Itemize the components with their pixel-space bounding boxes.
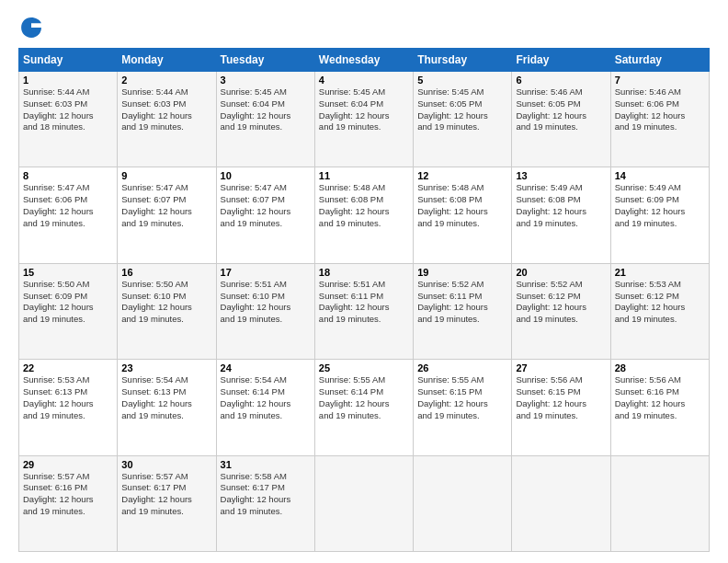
day-number: 19: [417, 267, 507, 278]
day-info: Sunrise: 5:55 AMSunset: 6:15 PMDaylight:…: [417, 374, 507, 421]
day-number: 10: [221, 170, 311, 181]
day-number: 31: [221, 459, 311, 470]
day-info: Sunrise: 5:50 AMSunset: 6:09 PMDaylight:…: [23, 279, 113, 326]
day-number: 28: [615, 362, 705, 373]
weekday-header: Sunday: [19, 49, 118, 72]
day-info: Sunrise: 5:56 AMSunset: 6:15 PMDaylight:…: [516, 374, 606, 421]
calendar-cell: 17 Sunrise: 5:51 AMSunset: 6:10 PMDaylig…: [216, 263, 314, 359]
day-number: 18: [319, 267, 409, 278]
day-info: Sunrise: 5:56 AMSunset: 6:16 PMDaylight:…: [615, 374, 705, 421]
empty-cell: [314, 455, 413, 551]
calendar-cell: 12 Sunrise: 5:48 AMSunset: 6:08 PMDaylig…: [414, 167, 512, 263]
day-number: 26: [417, 362, 507, 373]
day-number: 24: [221, 362, 311, 373]
calendar-cell: 29 Sunrise: 5:57 AMSunset: 6:16 PMDaylig…: [19, 455, 118, 551]
day-number: 25: [319, 362, 409, 373]
day-info: Sunrise: 5:48 AMSunset: 6:08 PMDaylight:…: [417, 182, 507, 229]
calendar-cell: 13 Sunrise: 5:49 AMSunset: 6:08 PMDaylig…: [512, 167, 610, 263]
calendar-cell: 30 Sunrise: 5:57 AMSunset: 6:17 PMDaylig…: [118, 455, 216, 551]
weekday-header: Friday: [512, 49, 610, 72]
day-info: Sunrise: 5:53 AMSunset: 6:13 PMDaylight:…: [23, 374, 113, 421]
day-info: Sunrise: 5:46 AMSunset: 6:05 PMDaylight:…: [516, 86, 606, 133]
day-number: 23: [121, 362, 211, 373]
day-number: 1: [23, 75, 113, 86]
day-info: Sunrise: 5:44 AMSunset: 6:03 PMDaylight:…: [23, 86, 113, 133]
calendar-cell: 9 Sunrise: 5:47 AMSunset: 6:07 PMDayligh…: [118, 167, 216, 263]
day-info: Sunrise: 5:57 AMSunset: 6:16 PMDaylight:…: [23, 471, 113, 518]
calendar-table: SundayMondayTuesdayWednesdayThursdayFrid…: [18, 48, 710, 552]
calendar-cell: 11 Sunrise: 5:48 AMSunset: 6:08 PMDaylig…: [314, 167, 413, 263]
day-number: 14: [615, 170, 705, 181]
day-info: Sunrise: 5:45 AMSunset: 6:05 PMDaylight:…: [417, 86, 507, 133]
day-number: 3: [221, 75, 311, 86]
day-info: Sunrise: 5:50 AMSunset: 6:10 PMDaylight:…: [121, 279, 211, 326]
calendar-cell: 4 Sunrise: 5:45 AMSunset: 6:04 PMDayligh…: [314, 72, 413, 167]
calendar-cell: 24 Sunrise: 5:54 AMSunset: 6:14 PMDaylig…: [216, 360, 314, 455]
day-info: Sunrise: 5:55 AMSunset: 6:14 PMDaylight:…: [319, 374, 409, 421]
day-info: Sunrise: 5:47 AMSunset: 6:07 PMDaylight:…: [121, 182, 211, 229]
day-info: Sunrise: 5:49 AMSunset: 6:09 PMDaylight:…: [615, 182, 705, 229]
day-info: Sunrise: 5:45 AMSunset: 6:04 PMDaylight:…: [221, 86, 311, 133]
day-info: Sunrise: 5:45 AMSunset: 6:04 PMDaylight:…: [319, 86, 409, 133]
day-info: Sunrise: 5:54 AMSunset: 6:13 PMDaylight:…: [121, 374, 211, 421]
day-info: Sunrise: 5:53 AMSunset: 6:12 PMDaylight:…: [615, 279, 705, 326]
calendar-cell: 28 Sunrise: 5:56 AMSunset: 6:16 PMDaylig…: [610, 360, 709, 455]
calendar-cell: 21 Sunrise: 5:53 AMSunset: 6:12 PMDaylig…: [610, 263, 709, 359]
calendar-cell: 5 Sunrise: 5:45 AMSunset: 6:05 PMDayligh…: [414, 72, 512, 167]
day-info: Sunrise: 5:46 AMSunset: 6:06 PMDaylight:…: [615, 86, 705, 133]
calendar-cell: 25 Sunrise: 5:55 AMSunset: 6:14 PMDaylig…: [314, 360, 413, 455]
day-number: 12: [417, 170, 507, 181]
calendar-cell: 14 Sunrise: 5:49 AMSunset: 6:09 PMDaylig…: [610, 167, 709, 263]
day-number: 9: [121, 170, 211, 181]
page: SundayMondayTuesdayWednesdayThursdayFrid…: [0, 0, 728, 563]
day-number: 22: [23, 362, 113, 373]
empty-cell: [414, 455, 512, 551]
weekday-header: Wednesday: [314, 49, 413, 72]
day-number: 15: [23, 267, 113, 278]
day-info: Sunrise: 5:52 AMSunset: 6:11 PMDaylight:…: [417, 279, 507, 326]
empty-cell: [512, 455, 610, 551]
calendar-cell: 1 Sunrise: 5:44 AMSunset: 6:03 PMDayligh…: [19, 72, 118, 167]
day-info: Sunrise: 5:49 AMSunset: 6:08 PMDaylight:…: [516, 182, 606, 229]
calendar-cell: 18 Sunrise: 5:51 AMSunset: 6:11 PMDaylig…: [314, 263, 413, 359]
day-number: 7: [615, 75, 705, 86]
logo: [18, 15, 48, 40]
logo-icon: [18, 15, 44, 40]
day-number: 2: [121, 75, 211, 86]
calendar-cell: 26 Sunrise: 5:55 AMSunset: 6:15 PMDaylig…: [414, 360, 512, 455]
day-info: Sunrise: 5:44 AMSunset: 6:03 PMDaylight:…: [121, 86, 211, 133]
day-number: 21: [615, 267, 705, 278]
day-number: 11: [319, 170, 409, 181]
weekday-header: Saturday: [610, 49, 709, 72]
day-info: Sunrise: 5:51 AMSunset: 6:11 PMDaylight:…: [319, 279, 409, 326]
day-info: Sunrise: 5:48 AMSunset: 6:08 PMDaylight:…: [319, 182, 409, 229]
day-info: Sunrise: 5:47 AMSunset: 6:07 PMDaylight:…: [221, 182, 311, 229]
day-info: Sunrise: 5:58 AMSunset: 6:17 PMDaylight:…: [221, 471, 311, 518]
calendar-cell: 31 Sunrise: 5:58 AMSunset: 6:17 PMDaylig…: [216, 455, 314, 551]
calendar-cell: 27 Sunrise: 5:56 AMSunset: 6:15 PMDaylig…: [512, 360, 610, 455]
day-number: 8: [23, 170, 113, 181]
weekday-header: Thursday: [414, 49, 512, 72]
day-number: 30: [121, 459, 211, 470]
day-number: 13: [516, 170, 606, 181]
day-info: Sunrise: 5:51 AMSunset: 6:10 PMDaylight:…: [221, 279, 311, 326]
day-number: 4: [319, 75, 409, 86]
calendar-cell: 20 Sunrise: 5:52 AMSunset: 6:12 PMDaylig…: [512, 263, 610, 359]
calendar-cell: 16 Sunrise: 5:50 AMSunset: 6:10 PMDaylig…: [118, 263, 216, 359]
day-number: 27: [516, 362, 606, 373]
calendar-cell: 15 Sunrise: 5:50 AMSunset: 6:09 PMDaylig…: [19, 263, 118, 359]
calendar-cell: 22 Sunrise: 5:53 AMSunset: 6:13 PMDaylig…: [19, 360, 118, 455]
day-number: 17: [221, 267, 311, 278]
calendar-cell: 2 Sunrise: 5:44 AMSunset: 6:03 PMDayligh…: [118, 72, 216, 167]
header: [18, 15, 710, 40]
calendar-cell: 3 Sunrise: 5:45 AMSunset: 6:04 PMDayligh…: [216, 72, 314, 167]
day-info: Sunrise: 5:47 AMSunset: 6:06 PMDaylight:…: [23, 182, 113, 229]
calendar-cell: 23 Sunrise: 5:54 AMSunset: 6:13 PMDaylig…: [118, 360, 216, 455]
calendar-cell: 7 Sunrise: 5:46 AMSunset: 6:06 PMDayligh…: [610, 72, 709, 167]
weekday-header: Monday: [118, 49, 216, 72]
day-number: 20: [516, 267, 606, 278]
day-number: 29: [23, 459, 113, 470]
day-number: 16: [121, 267, 211, 278]
day-info: Sunrise: 5:54 AMSunset: 6:14 PMDaylight:…: [221, 374, 311, 421]
calendar-cell: 6 Sunrise: 5:46 AMSunset: 6:05 PMDayligh…: [512, 72, 610, 167]
